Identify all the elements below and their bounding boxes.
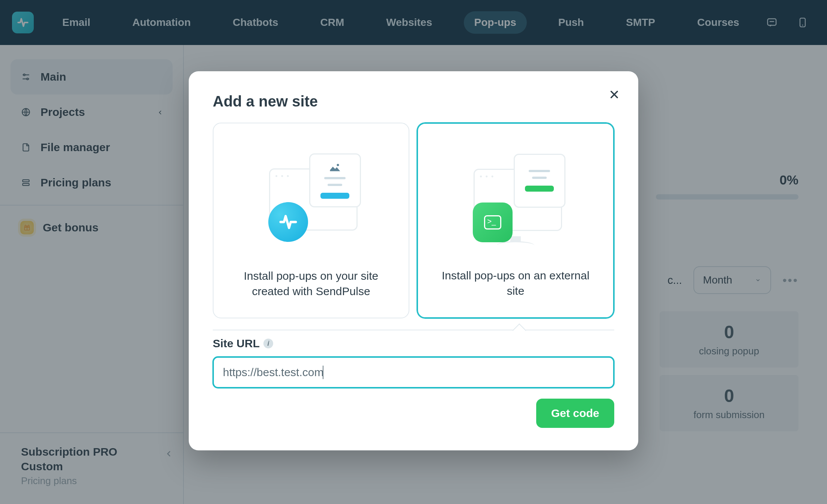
modal-title: Add a new site bbox=[213, 93, 614, 110]
pulse-badge-icon bbox=[268, 202, 308, 242]
info-icon[interactable]: i bbox=[263, 339, 273, 348]
option-sendpulse-site[interactable]: Install pop-ups on your site created wit… bbox=[213, 123, 409, 318]
option-illustration bbox=[258, 146, 365, 240]
svg-point-10 bbox=[337, 164, 339, 166]
site-url-input[interactable]: https://best.test.com bbox=[213, 357, 614, 388]
url-field-label: Site URL i bbox=[213, 337, 614, 350]
option-illustration bbox=[462, 146, 569, 240]
close-button[interactable] bbox=[607, 87, 622, 102]
option-label: Install pop-ups on your site created wit… bbox=[227, 268, 395, 299]
option-external-site[interactable]: Install pop-ups on an external site bbox=[417, 123, 614, 318]
add-site-modal: Add a new site bbox=[189, 71, 638, 450]
close-icon bbox=[609, 89, 619, 100]
connector-line bbox=[213, 318, 614, 330]
terminal-badge-icon bbox=[473, 202, 513, 242]
modal-overlay[interactable]: Add a new site bbox=[0, 0, 827, 504]
option-label: Install pop-ups on an external site bbox=[432, 268, 600, 298]
get-code-button[interactable]: Get code bbox=[536, 399, 614, 428]
site-url-value: https://best.test.com bbox=[223, 366, 323, 379]
text-caret bbox=[323, 366, 323, 379]
